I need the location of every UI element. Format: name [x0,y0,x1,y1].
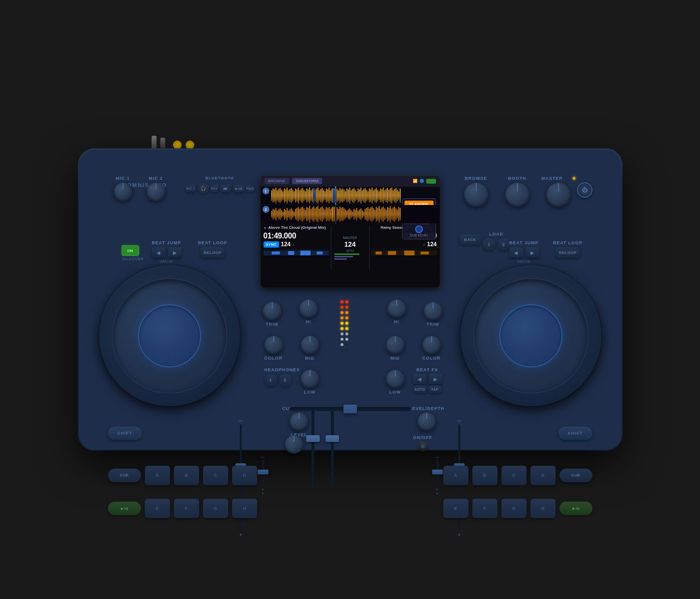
beat-jump-r-left-btn[interactable]: ◀ [509,247,523,258]
pad-left-h[interactable]: H [232,499,257,518]
pad-left-f[interactable]: F [174,499,199,518]
on-button[interactable]: ON [122,245,139,256]
on-off-btn[interactable] [418,441,428,451]
play-right-btn[interactable]: ►/II [560,502,592,515]
mic1-knob[interactable] [114,183,132,201]
cue-master-knob[interactable] [290,412,308,431]
par-rms-btn[interactable]: MIC 1 [186,185,196,192]
beat-fx-left-btn[interactable]: ◀ [413,374,426,384]
fwd-btn[interactable]: FWD [247,185,254,192]
load-2-btn[interactable]: 2 [498,238,510,251]
left-jog-wheel[interactable] [99,266,240,406]
hi-left-knob[interactable] [299,300,318,318]
crossfader-handle[interactable] [343,405,357,413]
svg-rect-84 [387,188,388,203]
play-pause-top-btn[interactable]: ►/II [233,185,245,192]
beat-jump-r-right-btn[interactable]: ▶ [526,247,539,258]
pad-left-b[interactable]: B [174,466,199,485]
vol-track-right[interactable] [331,411,334,489]
pad-left-d[interactable]: D [232,466,257,485]
svg-rect-146 [343,208,344,220]
browse-knob[interactable] [464,183,488,207]
cue-right-btn[interactable]: CUE [560,469,592,482]
headphones-2-btn[interactable]: 2 [279,374,292,386]
pad-right-e[interactable]: E [443,499,468,518]
headphones-1-btn[interactable]: 1 [264,374,277,386]
pad-right-b[interactable]: B [472,466,498,485]
svg-rect-43 [331,189,332,202]
mid-left-knob[interactable] [301,336,319,354]
shift-left-btn[interactable]: SHIFT [108,426,142,440]
pitch-handle-sm-right[interactable] [432,470,443,474]
beat-jump-left-label: BEAT JUMP [152,240,182,245]
screen-tab-waveform[interactable]: WAVEFORM [292,178,322,184]
color-left-knob[interactable] [264,336,283,354]
load-1-btn[interactable]: 1 [483,238,496,251]
svg-rect-134 [327,208,328,221]
vol-track-left[interactable] [311,411,314,489]
color-right-knob[interactable] [422,336,441,354]
right-jog-wheel[interactable] [461,266,601,406]
pitch-track-sm-left[interactable] [262,459,264,487]
svg-rect-179 [389,206,390,222]
pad-left-g[interactable]: G [203,499,228,518]
power-btn[interactable]: ⏻ [577,182,592,198]
back-btn[interactable]: BACK [460,234,481,245]
level-bottom-knob[interactable] [285,435,303,454]
auto-btn[interactable]: AUTO [413,385,427,393]
fx-toggle[interactable] [415,225,423,233]
on-off-section: ON/OFF [413,435,433,453]
pad-left-a[interactable]: A [145,466,170,485]
beat-jump-right-btn[interactable]: ▶ [168,247,182,258]
mid-right-knob[interactable] [386,336,404,354]
prev-track-btn[interactable]: ⏮ [220,185,231,192]
beat-jump-left-btn[interactable]: ◀ [152,247,165,258]
pad-right-g[interactable]: G [501,499,527,518]
pad-right-h[interactable]: H [530,499,556,518]
track1-bpm: 124 [281,241,291,248]
hi-right-knob[interactable] [388,300,406,318]
master-knob[interactable] [546,183,571,207]
svg-rect-14 [291,188,292,203]
crossfader-track[interactable] [290,407,411,411]
mic2-knob[interactable] [147,183,165,201]
low-right-knob[interactable] [386,370,404,388]
led-l-4 [341,316,343,319]
sub-echo-label: SUB ECHO [404,234,434,237]
pad-left-c[interactable]: C [203,466,228,485]
headphones-icon-btn[interactable]: 🎧 [198,183,209,194]
svg-rect-89 [394,189,395,202]
sync-btn[interactable]: SYNC [264,241,279,248]
screen-tab-browse[interactable]: BROWSE [264,178,290,184]
reloop-left-btn[interactable]: RELOOP [201,247,225,258]
pitch-handle-sm-left[interactable] [258,470,268,474]
pad-left-e[interactable]: E [145,499,170,518]
vol-handle-right[interactable] [326,435,339,442]
beat-fx-right-btn[interactable]: ▶ [429,374,442,384]
level-depth-knob[interactable] [418,412,436,431]
pad-right-c[interactable]: C [501,466,527,485]
svg-rect-5 [278,189,279,202]
pad-right-f[interactable]: F [472,499,498,518]
booth-knob[interactable] [505,183,529,207]
svg-rect-87 [391,188,392,204]
trim-right-knob[interactable] [424,302,442,320]
shift-right-btn[interactable]: SHIFT [559,426,592,440]
rev-btn[interactable]: REV [211,185,218,192]
top-connectors [152,136,194,149]
svg-rect-113 [297,207,298,221]
svg-rect-122 [310,209,311,220]
vol-handle-left[interactable] [306,435,320,442]
pad-right-a[interactable]: A [443,466,468,485]
reloop-right-btn[interactable]: RELOOP [556,247,580,258]
cue-left-btn[interactable]: CUE [108,469,141,482]
pitch-track-sm-right[interactable] [436,459,438,487]
svg-rect-131 [323,208,324,220]
svg-rect-2 [274,189,275,202]
pad-right-d[interactable]: D [530,466,556,485]
play-left-btn[interactable]: ►/II [108,502,141,515]
tap-btn[interactable]: TAP [428,385,442,393]
low-left-knob[interactable] [301,370,319,388]
trim-left-knob[interactable] [263,302,281,320]
master-header: MASTER [542,176,576,181]
